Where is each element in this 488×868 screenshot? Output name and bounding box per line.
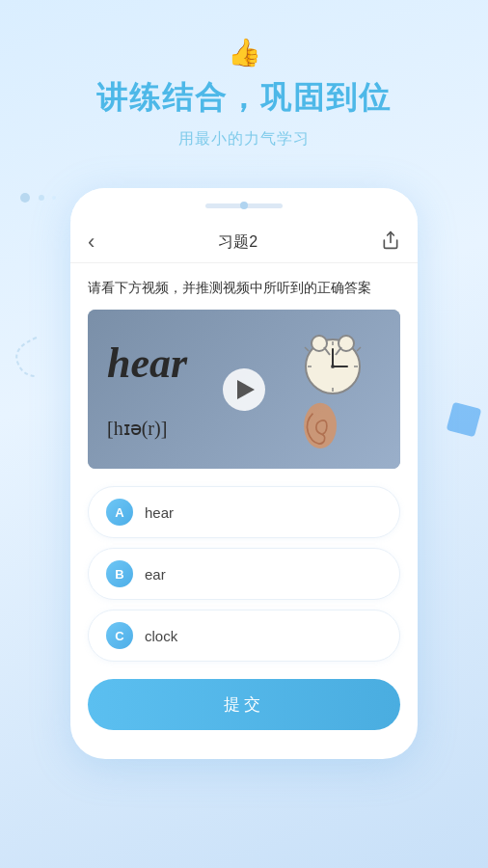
option-text-b: ear (145, 566, 166, 583)
play-icon (237, 380, 255, 399)
nav-bar: ‹ 习题2 (70, 220, 418, 263)
option-badge-b: B (106, 560, 133, 587)
main-title: 讲练结合，巩固到位 (0, 77, 488, 120)
decoration-box (447, 402, 482, 438)
nav-title: 习题2 (218, 232, 258, 253)
svg-point-2 (52, 196, 56, 200)
video-background: hear [hɪə(r)] (88, 310, 400, 469)
svg-point-1 (39, 195, 44, 201)
video-phonetic: [hɪə(r)] (107, 417, 167, 440)
option-b[interactable]: B ear (88, 548, 400, 600)
question-text: 请看下方视频，并推测视频中所听到的正确答案 (88, 277, 400, 298)
decoration-dots (17, 188, 66, 207)
svg-point-0 (20, 193, 30, 203)
sub-title: 用最小的力气学习 (0, 129, 488, 149)
header-section: 讲练结合，巩固到位 用最小的力气学习 (0, 0, 488, 169)
options-list: A hear B ear C clock (88, 486, 400, 662)
option-text-a: hear (145, 504, 174, 521)
play-button[interactable] (223, 368, 265, 411)
phone-mockup: ‹ 习题2 请看下方视频，并推测视频中所听到的正确答案 hear [hɪə(r)… (70, 188, 418, 759)
option-badge-a: A (106, 499, 133, 526)
content-area: 请看下方视频，并推测视频中所听到的正确答案 hear [hɪə(r)] (70, 263, 418, 662)
ear-illustration (294, 401, 347, 454)
submit-button[interactable]: 提交 (88, 679, 400, 730)
decoration-star: 👍 (228, 37, 261, 68)
option-c[interactable]: C clock (88, 610, 400, 662)
video-word: hear (107, 339, 187, 388)
back-button[interactable]: ‹ (88, 230, 95, 255)
share-button[interactable] (381, 231, 400, 255)
phone-top (70, 188, 418, 220)
option-badge-c: C (106, 622, 133, 649)
option-text-c: clock (145, 628, 177, 644)
svg-line-16 (305, 347, 309, 351)
option-a[interactable]: A hear (88, 486, 400, 538)
svg-point-18 (304, 403, 337, 448)
svg-line-17 (357, 347, 361, 351)
phone-camera (240, 202, 248, 209)
video-player[interactable]: hear [hɪə(r)] (88, 310, 400, 469)
clock-illustration (294, 324, 371, 401)
decoration-spiral (8, 328, 46, 394)
